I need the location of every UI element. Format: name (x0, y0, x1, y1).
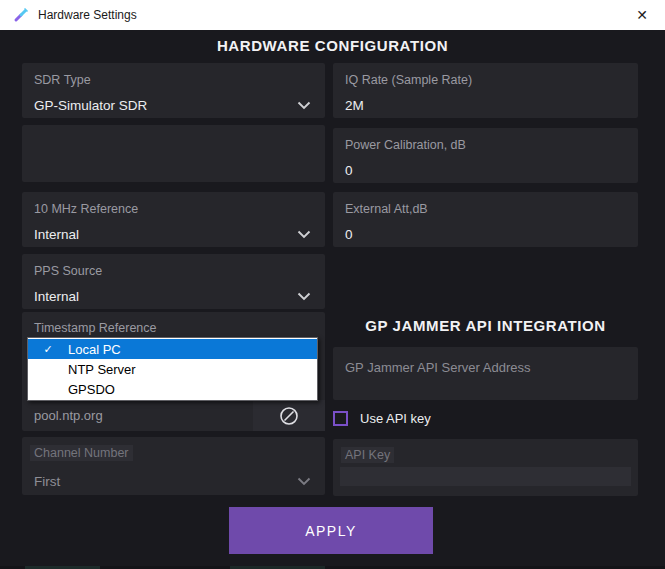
empty-card (22, 125, 325, 182)
sdr-type-card: SDR Type GP-Simulator SDR (22, 63, 325, 118)
menu-item-label: Local PC (68, 342, 121, 357)
menu-item-local-pc[interactable]: ✓ Local PC (28, 339, 317, 359)
checkmark-icon: ✓ (28, 343, 68, 356)
chevron-down-icon (297, 292, 311, 301)
wrench-icon (13, 7, 29, 23)
sdr-type-select[interactable]: GP-Simulator SDR (34, 95, 313, 115)
pps-source-value: Internal (34, 289, 79, 304)
ref-10mhz-card: 10 MHz Reference Internal (22, 192, 325, 247)
chevron-down-icon (297, 477, 311, 486)
ntp-server-input[interactable] (34, 400, 254, 431)
window-title: Hardware Settings (38, 8, 137, 22)
power-calibration-value: 0 (345, 163, 353, 178)
api-key-card: API Key (333, 439, 638, 496)
timestamp-reference-menu: ✓ Local PC NTP Server GPSDO (27, 337, 318, 401)
close-button[interactable]: ✕ (619, 0, 665, 30)
power-calibration-label: Power Calibration, dB (345, 138, 466, 152)
apply-button[interactable]: APPLY (229, 507, 433, 554)
external-att-field[interactable]: 0 (345, 224, 626, 244)
iq-rate-card: IQ Rate (Sample Rate) 2M (333, 63, 638, 118)
ref-10mhz-label: 10 MHz Reference (34, 202, 138, 216)
sdr-type-value: GP-Simulator SDR (34, 98, 147, 113)
external-att-label: External Att,dB (345, 202, 428, 216)
api-integration-header: GP JAMMER API INTEGRATION (333, 317, 638, 334)
titlebar[interactable]: Hardware Settings ✕ (0, 0, 665, 30)
menu-item-gpsdo[interactable]: GPSDO (28, 379, 317, 399)
menu-item-label: NTP Server (68, 362, 136, 377)
external-att-card: External Att,dB 0 (333, 192, 638, 247)
use-api-key-row: Use API key (333, 408, 431, 428)
pps-source-select[interactable]: Internal (34, 286, 313, 306)
chevron-down-icon (297, 101, 311, 110)
external-att-value: 0 (345, 227, 353, 242)
api-key-label: API Key (341, 447, 394, 463)
ref-10mhz-value: Internal (34, 227, 79, 242)
use-api-key-label: Use API key (360, 411, 431, 426)
channel-number-select: First (34, 471, 313, 491)
sync-disabled-icon (279, 406, 299, 426)
pps-source-card: PPS Source Internal (22, 254, 325, 309)
use-api-key-checkbox[interactable] (333, 411, 348, 426)
channel-number-value: First (34, 474, 60, 489)
menu-item-ntp-server[interactable]: NTP Server (28, 359, 317, 379)
timestamp-reference-label: Timestamp Reference (34, 321, 157, 335)
ntp-sync-button[interactable] (253, 400, 325, 431)
menu-item-label: GPSDO (68, 382, 115, 397)
hardware-settings-dialog: Hardware Settings ✕ HARDWARE CONFIGURATI… (0, 0, 665, 569)
api-key-input (340, 467, 631, 486)
iq-rate-field[interactable]: 2M (345, 95, 626, 115)
section-header: HARDWARE CONFIGURATION (0, 37, 665, 54)
channel-number-label: Channel Number (30, 445, 133, 461)
api-server-address-input[interactable] (345, 357, 626, 377)
iq-rate-value: 2M (345, 98, 364, 113)
sdr-type-label: SDR Type (34, 73, 91, 87)
ntp-server-row (22, 400, 325, 431)
power-calibration-card: Power Calibration, dB 0 (333, 128, 638, 183)
chevron-down-icon (297, 230, 311, 239)
iq-rate-label: IQ Rate (Sample Rate) (345, 73, 472, 87)
pps-source-label: PPS Source (34, 264, 102, 278)
ref-10mhz-select[interactable]: Internal (34, 224, 313, 244)
api-server-address-card (333, 347, 638, 400)
channel-number-card: Channel Number First (22, 437, 325, 495)
power-calibration-field[interactable]: 0 (345, 160, 626, 180)
